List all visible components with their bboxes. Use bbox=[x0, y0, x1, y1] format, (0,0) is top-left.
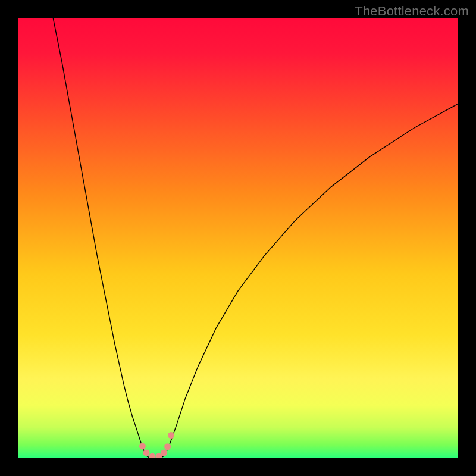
salmon-dot-2 bbox=[149, 453, 155, 458]
series-left-curve bbox=[53, 18, 145, 453]
salmon-dot-6 bbox=[168, 432, 174, 439]
salmon-dot-5 bbox=[164, 443, 171, 450]
plot-area bbox=[18, 18, 458, 458]
curves-layer bbox=[18, 18, 458, 458]
salmon-dot-0 bbox=[139, 443, 146, 450]
salmon-dot-1 bbox=[143, 450, 150, 456]
watermark-text: TheBottleneck.com bbox=[355, 4, 469, 19]
salmon-dot-4 bbox=[161, 450, 167, 456]
series-right-curve bbox=[166, 104, 458, 453]
chart-frame: TheBottleneck.com bbox=[0, 0, 476, 476]
